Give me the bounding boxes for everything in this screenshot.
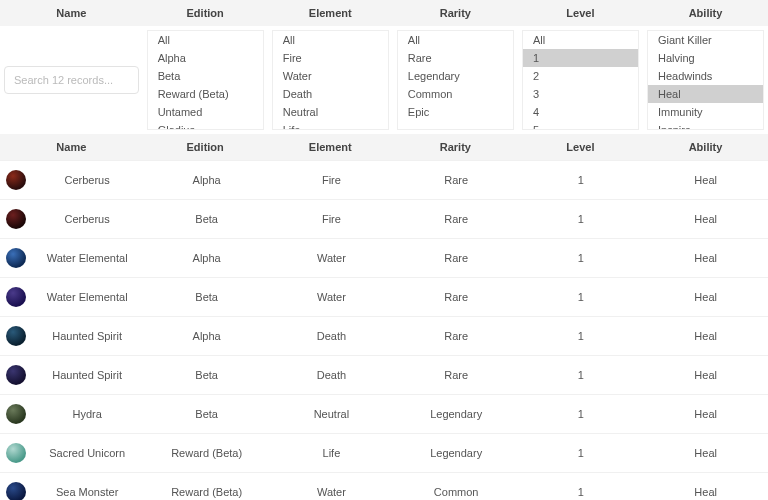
edition-filter-listbox[interactable]: AllAlphaBetaReward (Beta)UntamedGladius bbox=[147, 30, 264, 130]
filter-option[interactable]: Legendary bbox=[398, 67, 513, 85]
table-row[interactable]: Water ElementalBetaWaterRare1Heal bbox=[0, 277, 768, 316]
filter-option[interactable]: Gladius bbox=[148, 121, 263, 130]
cell-ability: Heal bbox=[643, 403, 768, 425]
col-header-ability: Ability bbox=[643, 134, 768, 160]
filter-option[interactable]: Epic bbox=[398, 103, 513, 121]
ability-filter-listbox[interactable]: Giant KillerHalvingHeadwindsHealImmunity… bbox=[647, 30, 764, 130]
cell-edition: Reward (Beta) bbox=[144, 442, 269, 464]
filter-option[interactable]: 4 bbox=[523, 103, 638, 121]
cell-ability: Heal bbox=[643, 208, 768, 230]
table-row[interactable]: Haunted SpiritAlphaDeathRare1Heal bbox=[0, 316, 768, 355]
filter-option[interactable]: Fire bbox=[273, 49, 388, 67]
filter-option[interactable]: Halving bbox=[648, 49, 763, 67]
rarity-filter-listbox[interactable]: AllRareLegendaryCommonEpic bbox=[397, 30, 514, 130]
col-header-element: Element bbox=[268, 134, 393, 160]
cell-level: 1 bbox=[519, 208, 644, 230]
cell-level: 1 bbox=[519, 286, 644, 308]
filter-option[interactable]: All bbox=[398, 31, 513, 49]
cell-element: Fire bbox=[269, 208, 394, 230]
level-filter-listbox[interactable]: All12345 bbox=[522, 30, 639, 130]
cell-element: Fire bbox=[269, 169, 394, 191]
filter-option[interactable]: All bbox=[273, 31, 388, 49]
filter-option[interactable]: Heal bbox=[648, 85, 763, 103]
cell-element: Death bbox=[269, 364, 394, 386]
cell-name: Water Elemental bbox=[34, 291, 140, 303]
table-row[interactable]: Water ElementalAlphaWaterRare1Heal bbox=[0, 238, 768, 277]
cell-ability: Heal bbox=[643, 169, 768, 191]
filter-option[interactable]: 1 bbox=[523, 49, 638, 67]
cell-ability: Heal bbox=[643, 364, 768, 386]
cell-rarity: Rare bbox=[394, 364, 519, 386]
cell-name: Water Elemental bbox=[34, 252, 140, 264]
cell-name: Haunted Spirit bbox=[34, 330, 140, 342]
filter-option[interactable]: Immunity bbox=[648, 103, 763, 121]
card-avatar-icon bbox=[6, 404, 26, 424]
filter-option[interactable]: Reward (Beta) bbox=[148, 85, 263, 103]
cell-ability: Heal bbox=[643, 325, 768, 347]
table-row[interactable]: CerberusBetaFireRare1Heal bbox=[0, 199, 768, 238]
filter-option[interactable]: Beta bbox=[148, 67, 263, 85]
filter-option[interactable]: Neutral bbox=[273, 103, 388, 121]
filter-header-element: Element bbox=[268, 0, 393, 26]
table-body: CerberusAlphaFireRare1HealCerberusBetaFi… bbox=[0, 160, 768, 500]
cell-name: Sacred Unicorn bbox=[34, 447, 140, 459]
filter-option[interactable]: Inspire bbox=[648, 121, 763, 130]
cell-edition: Beta bbox=[144, 208, 269, 230]
cell-edition: Beta bbox=[144, 286, 269, 308]
cell-level: 1 bbox=[519, 403, 644, 425]
cell-level: 1 bbox=[519, 364, 644, 386]
cell-name: Sea Monster bbox=[34, 486, 140, 498]
filter-header-level: Level bbox=[518, 0, 643, 26]
cell-level: 1 bbox=[519, 442, 644, 464]
cell-element: Water bbox=[269, 481, 394, 500]
search-input[interactable] bbox=[4, 66, 139, 94]
filter-option[interactable]: 3 bbox=[523, 85, 638, 103]
filter-option[interactable]: Alpha bbox=[148, 49, 263, 67]
col-header-edition: Edition bbox=[143, 134, 268, 160]
card-avatar-icon bbox=[6, 287, 26, 307]
cell-element: Water bbox=[269, 286, 394, 308]
filter-option[interactable]: Common bbox=[398, 85, 513, 103]
cell-edition: Alpha bbox=[144, 169, 269, 191]
table-row[interactable]: Sea MonsterReward (Beta)WaterCommon1Heal bbox=[0, 472, 768, 500]
cell-ability: Heal bbox=[643, 481, 768, 500]
filter-option[interactable]: All bbox=[523, 31, 638, 49]
filter-option[interactable]: Headwinds bbox=[648, 67, 763, 85]
cell-element: Water bbox=[269, 247, 394, 269]
filter-option[interactable]: 5 bbox=[523, 121, 638, 130]
element-filter-listbox[interactable]: AllFireWaterDeathNeutralLife bbox=[272, 30, 389, 130]
cell-edition: Reward (Beta) bbox=[144, 481, 269, 500]
table-row[interactable]: Sacred UnicornReward (Beta)LifeLegendary… bbox=[0, 433, 768, 472]
cell-element: Life bbox=[269, 442, 394, 464]
card-avatar-icon bbox=[6, 443, 26, 463]
filter-header-row: Name Edition Element Rarity Level Abilit… bbox=[0, 0, 768, 26]
cell-rarity: Rare bbox=[394, 286, 519, 308]
filter-header-edition: Edition bbox=[143, 0, 268, 26]
filter-option[interactable]: Life bbox=[273, 121, 388, 130]
filter-option[interactable]: Water bbox=[273, 67, 388, 85]
table-header-row: Name Edition Element Rarity Level Abilit… bbox=[0, 134, 768, 160]
table-row[interactable]: CerberusAlphaFireRare1Heal bbox=[0, 160, 768, 199]
filter-option[interactable]: Untamed bbox=[148, 103, 263, 121]
col-header-rarity: Rarity bbox=[393, 134, 518, 160]
cell-ability: Heal bbox=[643, 442, 768, 464]
cell-level: 1 bbox=[519, 325, 644, 347]
filter-option[interactable]: 2 bbox=[523, 67, 638, 85]
filter-header-rarity: Rarity bbox=[393, 0, 518, 26]
cell-level: 1 bbox=[519, 481, 644, 500]
card-avatar-icon bbox=[6, 482, 26, 500]
cell-rarity: Rare bbox=[394, 247, 519, 269]
filter-option[interactable]: Giant Killer bbox=[648, 31, 763, 49]
card-avatar-icon bbox=[6, 209, 26, 229]
filter-option[interactable]: All bbox=[148, 31, 263, 49]
filter-option[interactable]: Rare bbox=[398, 49, 513, 67]
cell-name: Haunted Spirit bbox=[34, 369, 140, 381]
cell-edition: Alpha bbox=[144, 325, 269, 347]
filter-option[interactable]: Death bbox=[273, 85, 388, 103]
cell-rarity: Legendary bbox=[394, 442, 519, 464]
cell-name: Hydra bbox=[34, 408, 140, 420]
cell-rarity: Common bbox=[394, 481, 519, 500]
table-row[interactable]: Haunted SpiritBetaDeathRare1Heal bbox=[0, 355, 768, 394]
table-row[interactable]: HydraBetaNeutralLegendary1Heal bbox=[0, 394, 768, 433]
card-avatar-icon bbox=[6, 326, 26, 346]
